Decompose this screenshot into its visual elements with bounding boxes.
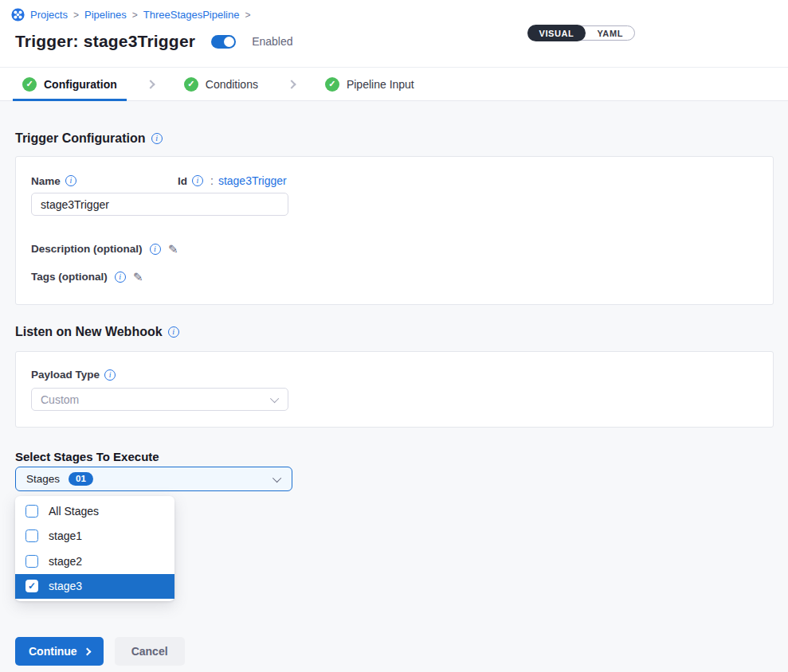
edit-description-icon[interactable]: ✎ [167,244,178,254]
name-label-text: Name [31,175,61,187]
payload-type-select[interactable]: Custom [31,388,288,411]
tab-label: Conditions [206,78,258,91]
menu-item-label: stage3 [49,580,82,592]
info-icon[interactable] [168,326,179,338]
cancel-button[interactable]: Cancel [115,637,185,666]
menu-item-all-stages[interactable]: All Stages [15,498,174,524]
tab-pipeline-input[interactable]: Pipeline Input [316,68,424,100]
info-icon[interactable] [151,133,163,144]
footer-actions: Continue Cancel [15,637,774,666]
id-colon: : [210,174,214,187]
continue-button[interactable]: Continue [15,637,104,666]
id-row: Id : stage3Trigger [178,174,287,187]
check-circle-icon [184,77,198,92]
tab-label: Pipeline Input [347,78,414,91]
trigger-configuration-heading: Trigger Configuration [15,131,774,146]
breadcrumb-link-pipelines[interactable]: Pipelines [84,9,127,21]
checkbox-checked-icon[interactable] [25,580,38,592]
check-circle-icon [325,77,339,92]
checkbox-unchecked-icon[interactable] [25,529,38,542]
stages-dropdown-menu: All Stages stage1 stage2 stage3 [15,496,174,601]
enabled-label: Enabled [252,35,292,48]
select-stages-heading: Select Stages To Execute [15,450,774,463]
chevron-down-icon [270,393,279,402]
tab-configuration[interactable]: Configuration [13,68,127,100]
chevron-right-icon [83,647,91,655]
breadcrumb-link-pipeline-name[interactable]: ThreeStagesPipeline [143,9,240,21]
info-icon[interactable] [104,369,116,381]
id-label-text: Id [178,175,187,187]
webhook-card: Payload Type Custom [15,351,774,428]
edit-tags-icon[interactable]: ✎ [132,272,144,282]
id-value-link[interactable]: stage3Trigger [218,174,287,187]
breadcrumb-link-projects[interactable]: Projects [30,9,68,21]
tags-label: Tags (optional) [31,271,108,283]
tab-conditions[interactable]: Conditions [174,68,268,100]
info-icon[interactable] [115,272,126,283]
toggle-knob [224,37,234,47]
description-row: Description (optional) ✎ [31,243,758,255]
check-circle-icon [22,77,37,92]
description-label-text: Description (optional) [31,243,143,255]
chevron-right-icon [287,80,296,88]
section-title: Listen on New Webhook [15,325,163,339]
name-input[interactable] [31,193,288,216]
trigger-configuration-card: Name Id : stage3Trigger Description (opt… [15,156,774,305]
selected-count-badge: 01 [69,472,93,486]
tags-label-text: Tags (optional) [31,271,108,283]
yaml-tab[interactable]: YAML [586,25,634,41]
checkbox-unchecked-icon[interactable] [25,505,38,518]
chevron-down-icon [272,473,281,482]
description-label: Description (optional) [31,243,143,255]
payload-type-label-text: Payload Type [31,369,100,381]
tab-label: Configuration [44,78,117,91]
breadcrumb-separator: > [245,10,250,21]
name-field-label: Name [31,175,178,187]
tags-row: Tags (optional) ✎ [31,271,758,283]
section-title: Trigger Configuration [15,131,146,146]
main-content: Trigger Configuration Name Id : stage3Tr… [0,101,788,666]
enabled-toggle[interactable] [211,35,236,49]
breadcrumb: Projects > Pipelines > ThreeStagesPipeli… [11,8,775,21]
menu-item-label: All Stages [49,505,99,518]
info-icon[interactable] [65,175,76,186]
webhook-heading: Listen on New Webhook [15,325,774,339]
page-header: Projects > Pipelines > ThreeStagesPipeli… [0,0,788,68]
stages-select-label: Stages [26,473,60,485]
breadcrumb-separator: > [73,10,79,21]
harness-logo-icon [11,8,25,21]
stages-multiselect[interactable]: Stages 01 [15,467,292,491]
continue-label: Continue [29,645,77,658]
menu-item-label: stage2 [49,555,82,568]
wizard-tabbar: Configuration Conditions Pipeline Input [0,68,788,101]
page-title: Trigger: stage3Trigger [15,32,195,51]
menu-item-stage3[interactable]: stage3 [15,574,174,600]
visual-yaml-toggle: VISUAL YAML [527,25,636,41]
payload-type-label: Payload Type [31,369,758,381]
chevron-right-icon [146,80,155,88]
info-icon[interactable] [192,175,203,186]
payload-type-value: Custom [41,393,79,406]
visual-tab[interactable]: VISUAL [527,25,586,41]
menu-item-label: stage1 [49,529,82,542]
menu-item-stage2[interactable]: stage2 [15,549,174,574]
checkbox-unchecked-icon[interactable] [25,555,38,568]
menu-item-stage1[interactable]: stage1 [15,524,174,549]
breadcrumb-separator: > [132,10,138,21]
info-icon[interactable] [150,244,161,255]
